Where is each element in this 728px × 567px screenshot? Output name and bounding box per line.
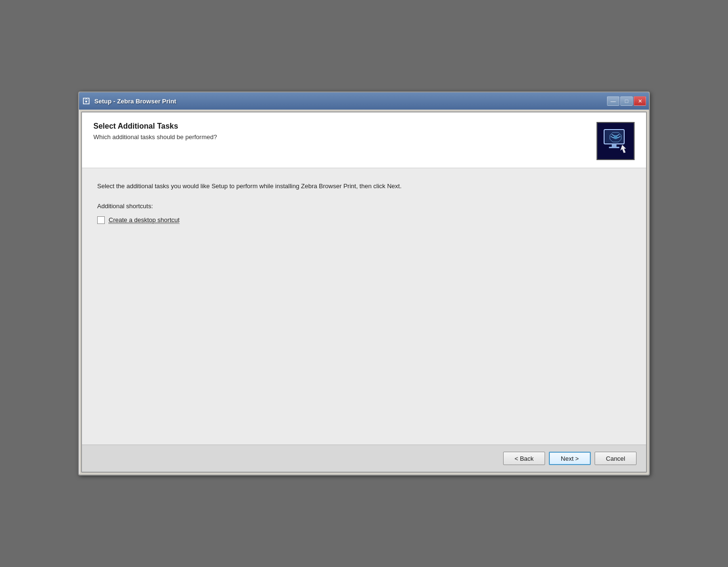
minimize-button[interactable]: — <box>607 96 619 106</box>
header-text: Select Additional Tasks Which additional… <box>93 122 597 141</box>
page-title: Select Additional Tasks <box>93 122 597 131</box>
content-section: Select the additional tasks you would li… <box>82 168 646 445</box>
window-body: Select Additional Tasks Which additional… <box>81 111 647 473</box>
shortcuts-label: Additional shortcuts: <box>97 202 631 210</box>
title-bar: Setup - Zebra Browser Print — □ ✕ <box>79 92 649 110</box>
zebra-logo <box>597 122 635 160</box>
svg-rect-4 <box>612 144 617 147</box>
description-text: Select the additional tasks you would li… <box>97 182 631 191</box>
window-title: Setup - Zebra Browser Print <box>94 98 607 105</box>
app-icon <box>82 97 91 105</box>
desktop-shortcut-checkbox[interactable] <box>97 216 105 224</box>
window-controls: — □ ✕ <box>607 96 646 106</box>
desktop-shortcut-label: Create a desktop shortcut <box>109 216 180 224</box>
maximize-button[interactable]: □ <box>620 96 633 106</box>
svg-point-1 <box>85 101 87 102</box>
header-section: Select Additional Tasks Which additional… <box>82 112 646 168</box>
desktop-shortcut-item: Create a desktop shortcut <box>97 216 631 224</box>
setup-window: Setup - Zebra Browser Print — □ ✕ Select… <box>78 91 650 476</box>
svg-point-6 <box>614 135 617 139</box>
footer-section: < Back Next > Cancel <box>82 445 646 472</box>
next-button[interactable]: Next > <box>549 452 591 465</box>
back-button[interactable]: < Back <box>503 452 545 465</box>
page-subtitle: Which additional tasks should be perform… <box>93 133 597 141</box>
cancel-button[interactable]: Cancel <box>595 452 637 465</box>
close-button[interactable]: ✕ <box>634 96 646 106</box>
svg-rect-5 <box>609 147 619 148</box>
